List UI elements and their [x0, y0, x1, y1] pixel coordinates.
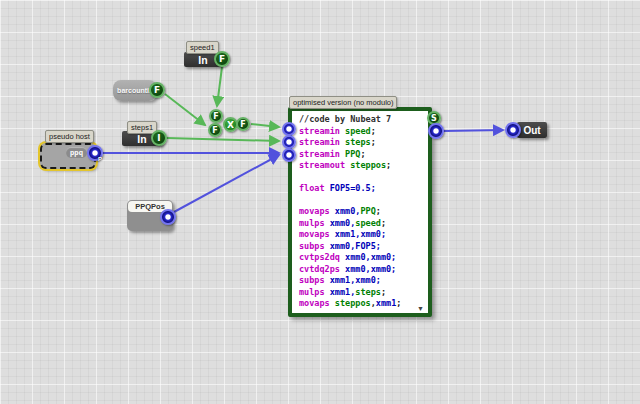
code-line: streamin speed;: [299, 126, 426, 138]
barcount-float-output-connector[interactable]: F: [149, 82, 165, 98]
code-input-speed-connector[interactable]: [282, 122, 296, 136]
multiply-input2-connector[interactable]: F: [208, 123, 222, 137]
code-line: streamin steps;: [299, 137, 426, 149]
patch-canvas[interactable]: speed1 In F barcounti.. F steps1 In I ps…: [0, 0, 640, 404]
scroll-down-arrow[interactable]: ▼: [417, 305, 424, 312]
pseudo-host-title-label: pseudo host: [45, 130, 94, 143]
assembler-code-editor[interactable]: //code by Nubeat 7streamin speed;streami…: [288, 107, 432, 317]
ppqpos-stream-output-connector[interactable]: [160, 209, 176, 225]
steps1-in-text: In: [137, 133, 146, 145]
wire-multiply-to-code-speed[interactable]: [251, 124, 279, 127]
barcount-node-label: barcounti..: [117, 87, 153, 94]
code-line: [299, 172, 426, 184]
code-line: subps xmm0,FOP5;: [299, 241, 426, 253]
code-line: movaps xmm0,PPQ;: [299, 206, 426, 218]
out-stream-input-connector[interactable]: [505, 122, 521, 138]
code-line: [299, 195, 426, 207]
code-line: movaps xmm1,xmm0;: [299, 229, 426, 241]
speed1-title-label: speed1: [186, 41, 219, 54]
code-input-steps-connector[interactable]: [282, 135, 296, 149]
speed1-float-output-connector[interactable]: F: [214, 51, 230, 67]
pseudo-host-value[interactable]: ppq: [66, 147, 87, 158]
code-stream-output-connector[interactable]: [428, 123, 444, 139]
code-line: movaps steppos,xmm1;: [299, 298, 426, 310]
code-line: streamout steppos;: [299, 160, 426, 172]
code-line: float FOP5=0.5;: [299, 183, 426, 195]
code-line: mulps xmm0,speed;: [299, 218, 426, 230]
pseudo-host-connector-tag: P: [98, 156, 102, 162]
out-node[interactable]: Out: [517, 122, 547, 138]
code-line: subps xmm1,xmm0;: [299, 275, 426, 287]
code-line: mulps xmm1,steps;: [299, 287, 426, 299]
steps1-int-output-connector[interactable]: I: [151, 130, 167, 146]
wire-steps1-to-code-steps[interactable]: [167, 138, 279, 141]
wire-ppqpos-to-code-ppq[interactable]: [174, 155, 279, 212]
code-lines: //code by Nubeat 7streamin speed;streami…: [292, 111, 428, 310]
code-input-ppq-connector[interactable]: [282, 148, 296, 162]
code-line: //code by Nubeat 7: [299, 114, 426, 126]
speed1-in-text: In: [198, 54, 207, 66]
codebox-title-label: optimised version (no modulo): [289, 96, 397, 109]
wire-barcount-to-multiply[interactable]: [165, 94, 205, 125]
multiply-input1-connector[interactable]: F: [209, 109, 223, 123]
code-line: cvtps2dq xmm0,xmm0;: [299, 252, 426, 264]
multiply-output-connector[interactable]: F: [236, 117, 250, 131]
wire-code-to-out[interactable]: [444, 130, 503, 131]
out-node-text: Out: [523, 125, 540, 136]
wire-speed1-to-multiply[interactable]: [217, 67, 222, 106]
code-line: streamin PPQ;: [299, 149, 426, 161]
code-line: cvtdq2ps xmm0,xmm0;: [299, 264, 426, 276]
